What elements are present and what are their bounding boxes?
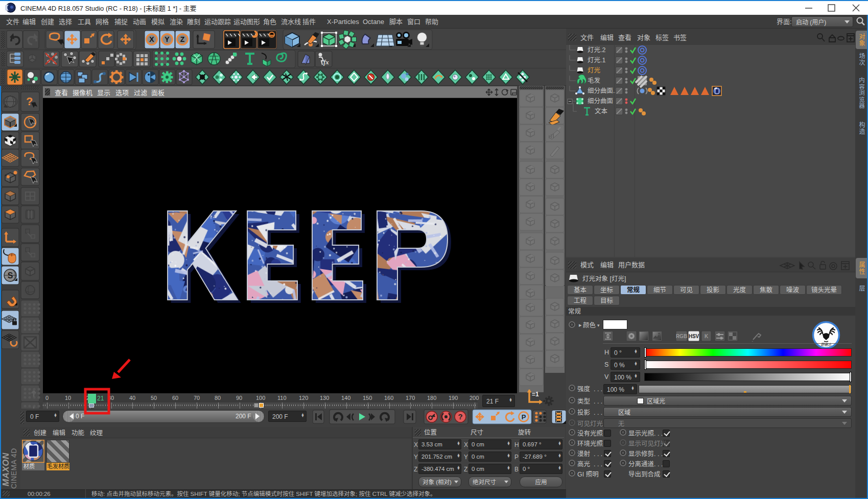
- svg-text:?: ?: [458, 412, 462, 421]
- svg-text:细分曲面.1: 细分曲面.1: [588, 87, 618, 94]
- svg-text:灯光: 灯光: [588, 67, 600, 74]
- svg-text:细分曲面: 细分曲面: [588, 98, 613, 105]
- svg-text:P: P: [522, 413, 526, 421]
- svg-text:K: K: [705, 334, 709, 339]
- svg-text:S: S: [8, 271, 13, 280]
- svg-text:RGB: RGB: [676, 334, 687, 339]
- svg-text:HSV: HSV: [689, 334, 699, 339]
- svg-text:Y: Y: [165, 35, 170, 43]
- svg-text:X: X: [149, 35, 154, 43]
- svg-text:灯光.1: 灯光.1: [588, 57, 605, 64]
- svg-text:文本: 文本: [595, 107, 608, 115]
- svg-text:Z: Z: [180, 35, 185, 43]
- svg-text:=1: =1: [532, 391, 539, 398]
- svg-text:毛发: 毛发: [588, 77, 601, 84]
- svg-text:?: ?: [26, 95, 33, 108]
- svg-text:灯光.2: 灯光.2: [588, 46, 605, 54]
- svg-text:fx: fx: [323, 58, 329, 66]
